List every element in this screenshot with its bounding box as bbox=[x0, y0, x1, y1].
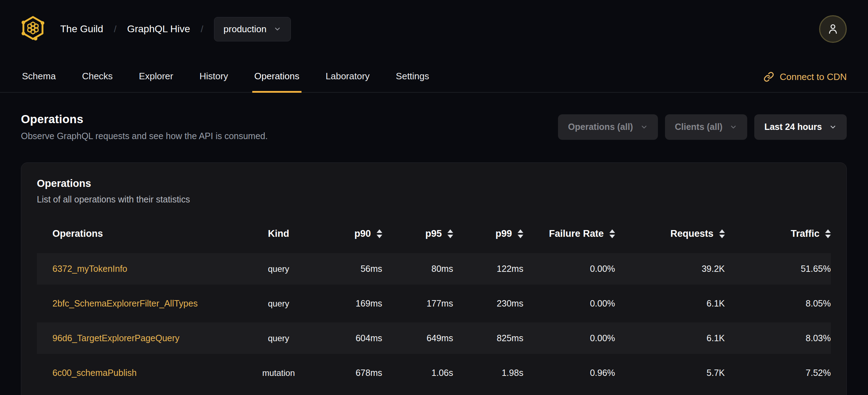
top-bar: The Guild / GraphQL Hive / production bbox=[0, 0, 868, 44]
tab-laboratory[interactable]: Laboratory bbox=[323, 62, 372, 93]
link-icon bbox=[763, 71, 774, 82]
chevron-down-icon bbox=[640, 123, 648, 131]
operation-requests: 5.7K bbox=[615, 357, 725, 389]
operation-p95: 649ms bbox=[382, 322, 453, 354]
operations-table: Operations Kind p90 p95 p99 Failure Rate… bbox=[37, 215, 831, 392]
column-header-kind: Kind bbox=[268, 228, 289, 239]
operation-failure-rate: 0.00% bbox=[523, 288, 615, 319]
connect-to-cdn-link[interactable]: Connect to CDN bbox=[763, 62, 847, 92]
operation-p95: 80ms bbox=[382, 253, 453, 285]
operation-p90: 604ms bbox=[315, 322, 382, 354]
breadcrumb-separator: / bbox=[114, 24, 116, 35]
card-subtitle: List of all operations with their statis… bbox=[37, 194, 831, 205]
operation-kind: mutation bbox=[242, 357, 315, 389]
operation-link[interactable]: 6372_myTokenInfo bbox=[52, 264, 127, 274]
sort-arrows-icon[interactable] bbox=[609, 229, 615, 238]
sort-arrows-icon[interactable] bbox=[447, 229, 453, 238]
column-header-operations: Operations bbox=[52, 228, 103, 239]
operations-filter-label: Operations (all) bbox=[568, 122, 633, 132]
column-header-failure-rate: Failure Rate bbox=[549, 228, 604, 239]
breadcrumb-org[interactable]: The Guild bbox=[60, 23, 103, 35]
operation-failure-rate: 0.96% bbox=[523, 357, 615, 389]
table-header-row: Operations Kind p90 p95 p99 Failure Rate… bbox=[37, 218, 831, 250]
operation-requests: 6.1K bbox=[615, 322, 725, 354]
time-range-dropdown[interactable]: Last 24 hours bbox=[754, 114, 847, 140]
chevron-down-icon bbox=[829, 123, 837, 131]
breadcrumb-separator: / bbox=[201, 24, 203, 35]
table-row: 96d6_TargetExplorerPageQuery query 604ms… bbox=[37, 322, 831, 354]
main-content: Operations Observe GraphQL requests and … bbox=[0, 93, 868, 395]
operation-kind: query bbox=[242, 253, 315, 285]
connect-to-cdn-label: Connect to CDN bbox=[780, 71, 847, 82]
sort-arrows-icon[interactable] bbox=[377, 229, 382, 238]
operation-p90: 56ms bbox=[315, 253, 382, 285]
chevron-down-icon bbox=[274, 25, 281, 33]
table-row: 6c00_schemaPublish mutation 678ms 1.06s … bbox=[37, 357, 831, 389]
table-row: 2bfc_SchemaExplorerFilter_AllTypes query… bbox=[37, 288, 831, 319]
operation-kind: query bbox=[242, 322, 315, 354]
tab-schema[interactable]: Schema bbox=[20, 62, 58, 93]
operation-requests: 6.1K bbox=[615, 288, 725, 319]
breadcrumb-project[interactable]: GraphQL Hive bbox=[127, 23, 190, 35]
operation-p99: 122ms bbox=[453, 253, 523, 285]
operation-traffic: 51.65% bbox=[725, 253, 831, 285]
clients-filter-label: Clients (all) bbox=[675, 122, 723, 132]
operations-filter-dropdown[interactable]: Operations (all) bbox=[558, 114, 658, 140]
clients-filter-dropdown[interactable]: Clients (all) bbox=[665, 114, 748, 140]
operation-traffic: 7.52% bbox=[725, 357, 831, 389]
hive-logo[interactable] bbox=[20, 15, 46, 43]
hive-logo-icon bbox=[20, 15, 46, 41]
sort-arrows-icon[interactable] bbox=[825, 229, 831, 238]
page-header: Operations Observe GraphQL requests and … bbox=[21, 113, 847, 141]
operation-p95: 1.06s bbox=[382, 357, 453, 389]
operation-link[interactable]: 2bfc_SchemaExplorerFilter_AllTypes bbox=[52, 298, 198, 308]
operation-link[interactable]: 6c00_schemaPublish bbox=[52, 368, 137, 378]
tab-explorer[interactable]: Explorer bbox=[137, 62, 175, 93]
tab-operations[interactable]: Operations bbox=[252, 62, 301, 93]
page-subtitle: Observe GraphQL requests and see how the… bbox=[21, 131, 268, 141]
tab-settings[interactable]: Settings bbox=[394, 62, 431, 93]
operation-failure-rate: 0.00% bbox=[523, 253, 615, 285]
operation-requests: 39.2K bbox=[615, 253, 725, 285]
target-selector-value: production bbox=[224, 24, 266, 35]
operation-traffic: 8.03% bbox=[725, 322, 831, 354]
operation-p99: 1.98s bbox=[453, 357, 523, 389]
operation-p99: 230ms bbox=[453, 288, 523, 319]
operation-p90: 678ms bbox=[315, 357, 382, 389]
filter-controls: Operations (all) Clients (all) Last 24 h… bbox=[558, 114, 847, 140]
breadcrumb: The Guild / GraphQL Hive / production bbox=[60, 17, 291, 41]
operations-card: Operations List of all operations with t… bbox=[21, 162, 847, 395]
operation-traffic: 8.05% bbox=[725, 288, 831, 319]
table-row: 6372_myTokenInfo query 56ms 80ms 122ms 0… bbox=[37, 253, 831, 285]
user-menu-button[interactable] bbox=[819, 15, 847, 43]
sort-arrows-icon[interactable] bbox=[719, 229, 725, 238]
tab-checks[interactable]: Checks bbox=[80, 62, 115, 93]
operation-kind: query bbox=[242, 288, 315, 319]
operation-link[interactable]: 96d6_TargetExplorerPageQuery bbox=[52, 333, 180, 343]
card-title: Operations bbox=[37, 178, 831, 189]
column-header-traffic: Traffic bbox=[791, 228, 819, 239]
target-selector[interactable]: production bbox=[214, 17, 291, 41]
page-title: Operations bbox=[21, 113, 268, 126]
operation-p90: 169ms bbox=[315, 288, 382, 319]
chevron-down-icon bbox=[729, 123, 737, 131]
tab-history[interactable]: History bbox=[197, 62, 230, 93]
operation-p99: 825ms bbox=[453, 322, 523, 354]
operation-p95: 177ms bbox=[382, 288, 453, 319]
operation-failure-rate: 0.00% bbox=[523, 322, 615, 354]
column-header-p95: p95 bbox=[425, 228, 442, 239]
column-header-p99: p99 bbox=[496, 228, 512, 239]
column-header-requests: Requests bbox=[670, 228, 714, 239]
tab-bar: Schema Checks Explorer History Operation… bbox=[0, 62, 868, 93]
time-range-label: Last 24 hours bbox=[764, 122, 822, 132]
column-header-p90: p90 bbox=[354, 228, 371, 239]
user-icon bbox=[827, 23, 839, 35]
sort-arrows-icon[interactable] bbox=[518, 229, 523, 238]
